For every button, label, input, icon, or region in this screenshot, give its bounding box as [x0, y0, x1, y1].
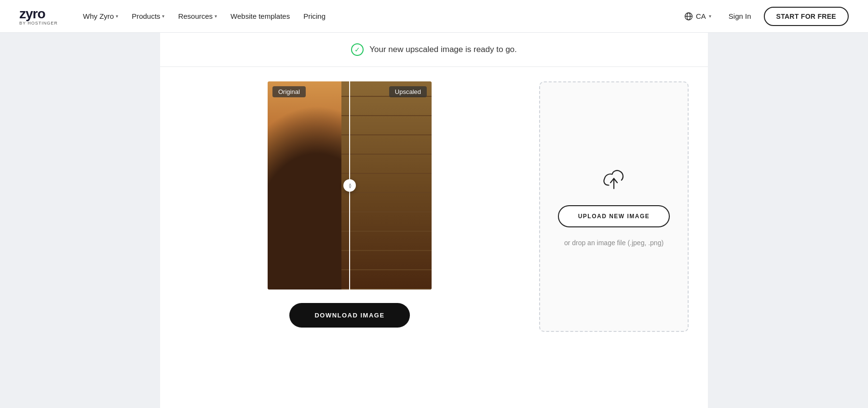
- upload-cloud-icon: [600, 167, 627, 194]
- success-message: Your new upscaled image is ready to go.: [369, 45, 517, 54]
- navbar-right: CA ▾ Sign In START FOR FREE: [679, 7, 849, 26]
- compare-divider-handle[interactable]: [343, 179, 356, 192]
- nav-menu: Why Zyro ▾ Products ▾ Resources ▾ Websit…: [77, 8, 679, 24]
- globe-icon: [684, 12, 693, 21]
- success-check-icon: ✓: [351, 43, 364, 56]
- locale-label: CA: [696, 12, 706, 20]
- nav-item-pricing[interactable]: Pricing: [298, 8, 331, 24]
- download-image-button[interactable]: DOWNLOAD IMAGE: [289, 303, 409, 328]
- upscaled-label: Upscaled: [389, 86, 427, 97]
- navbar: zyro BY HOSTINGER Why Zyro ▾ Products ▾ …: [0, 0, 868, 33]
- nav-item-resources[interactable]: Resources ▾: [172, 8, 223, 24]
- success-banner: ✓ Your new upscaled image is ready to go…: [160, 33, 708, 67]
- logo[interactable]: zyro BY HOSTINGER: [19, 6, 58, 27]
- original-label: Original: [272, 86, 306, 97]
- chevron-down-icon: ▾: [162, 13, 164, 19]
- nav-item-products[interactable]: Products ▾: [126, 8, 170, 24]
- upload-panel: UPLOAD NEW IMAGE or drop an image file (…: [539, 81, 689, 332]
- chevron-down-icon: ▾: [215, 13, 217, 19]
- image-area: Original Upscaled DOWNLOAD IMAGE UPLOAD …: [160, 67, 708, 351]
- logo-text: zyro: [19, 7, 45, 21]
- upload-icon-wrapper: [600, 167, 627, 194]
- content-card: ✓ Your new upscaled image is ready to go…: [160, 33, 708, 408]
- image-compare-slider[interactable]: Original Upscaled: [268, 81, 432, 290]
- upload-hint-text: or drop an image file (.jpeg, .png): [564, 239, 664, 247]
- start-free-button[interactable]: START FOR FREE: [764, 7, 849, 26]
- upload-new-image-button[interactable]: UPLOAD NEW IMAGE: [558, 205, 670, 227]
- chevron-down-icon: ▾: [709, 13, 711, 19]
- compare-wrapper: Original Upscaled DOWNLOAD IMAGE: [179, 81, 520, 328]
- main-content: ✓ Your new upscaled image is ready to go…: [0, 33, 868, 408]
- nav-item-website-templates[interactable]: Website templates: [225, 8, 296, 24]
- logo-subtitle: BY HOSTINGER: [19, 21, 58, 26]
- nav-item-why-zyro[interactable]: Why Zyro ▾: [77, 8, 124, 24]
- locale-selector[interactable]: CA ▾: [679, 9, 716, 24]
- chevron-down-icon: ▾: [116, 13, 118, 19]
- signin-button[interactable]: Sign In: [724, 9, 756, 23]
